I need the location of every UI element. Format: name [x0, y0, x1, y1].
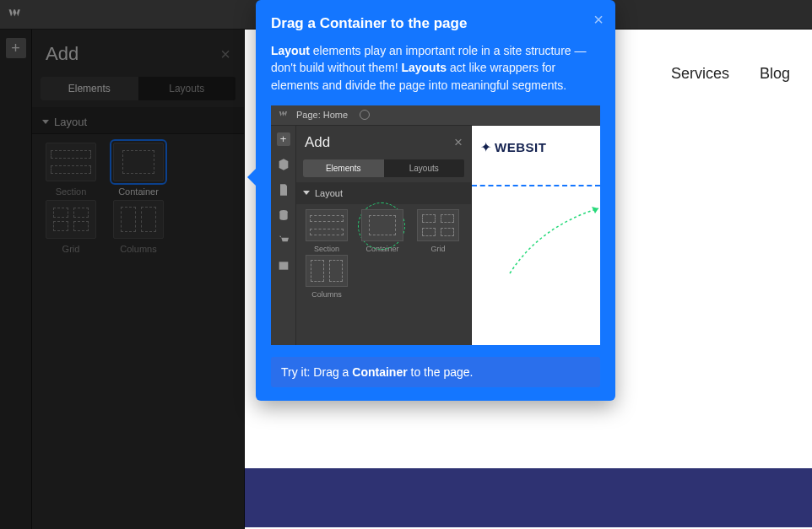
try-suffix: to the page. [408, 365, 474, 379]
element-container-label: Container [118, 186, 159, 197]
mini-item-container: Container [355, 209, 409, 253]
mini-tab-layouts: Layouts [384, 159, 465, 177]
element-section-label: Section [56, 186, 87, 197]
section-layout-label: Layout [54, 116, 87, 128]
try-bold: Container [352, 365, 407, 379]
mini-page-icon [277, 183, 290, 197]
element-section[interactable]: Section [39, 143, 103, 197]
mini-plus-icon: + [277, 132, 290, 146]
element-container[interactable]: Container [106, 143, 171, 197]
tutorial-body: Layout elements play an important role i… [271, 42, 600, 94]
mini-canvas-headline: ✦WEBSIT [480, 139, 592, 155]
section-thumb-icon [46, 143, 96, 181]
grid-thumb-icon [46, 200, 96, 239]
mini-section-label: Layout [315, 188, 343, 198]
mini-item-grid: Grid [411, 209, 465, 253]
columns-thumb-icon [113, 200, 164, 239]
element-columns[interactable]: Columns [106, 200, 171, 254]
tab-layouts[interactable]: Layouts [138, 77, 236, 100]
canvas-hero-section[interactable] [245, 468, 812, 527]
mini-left-toolbar: + [271, 126, 296, 345]
nav-link-services[interactable]: Services [671, 65, 729, 83]
tutorial-close-button[interactable]: × [593, 10, 604, 30]
tab-elements[interactable]: Elements [41, 77, 138, 100]
mini-cart-icon [277, 234, 290, 247]
mini-webflow-logo-icon [278, 109, 290, 121]
section-layout-header[interactable]: Layout [32, 107, 244, 134]
tutorial-try-callout: Try it: Drag a Container to the page. [271, 357, 600, 387]
caret-down-icon [42, 120, 49, 124]
mini-add-title: Add [305, 134, 330, 151]
mini-cube-icon [277, 158, 290, 171]
tutorial-preview-image: Page: Home + Add × Elements Layouts [271, 105, 600, 345]
container-thumb-icon [113, 143, 164, 181]
add-panel-close-button[interactable]: × [220, 45, 230, 64]
nav-link-blog[interactable]: Blog [760, 65, 790, 83]
svg-rect-1 [279, 262, 288, 269]
mini-database-icon [277, 208, 290, 222]
mini-item-section: Section [300, 209, 354, 253]
mini-page-label: Page: Home [296, 110, 348, 120]
mini-caret-icon [303, 191, 310, 195]
mini-add-panel: Add × Elements Layouts Layout Section [296, 126, 472, 345]
mini-drop-indicator [472, 185, 600, 186]
element-grid[interactable]: Grid [39, 200, 103, 254]
mini-star-icon: ✦ [480, 140, 491, 154]
mini-close-icon: × [454, 134, 463, 151]
tutorial-popover: × Drag a Container to the page Layout el… [256, 0, 615, 401]
mini-tab-elements: Elements [303, 159, 384, 177]
left-tool-column: + [0, 30, 32, 529]
layout-elements-grid: Section Container Grid [32, 134, 244, 262]
webflow-logo-icon [7, 6, 24, 23]
add-element-button[interactable]: + [6, 38, 26, 58]
tutorial-body-bold-1: Layout [271, 44, 310, 57]
mini-image-icon [277, 259, 290, 273]
mini-item-columns: Columns [300, 255, 354, 299]
element-columns-label: Columns [120, 244, 156, 254]
add-panel-tabs: Elements Layouts [41, 77, 235, 100]
add-panel: Add × Elements Layouts Layout Section [32, 30, 245, 529]
element-grid-label: Grid [62, 244, 80, 254]
tutorial-body-bold-2: Layouts [401, 61, 447, 74]
mini-drag-arrow-icon [506, 202, 600, 278]
mini-preview-toggle-icon [360, 110, 370, 120]
try-prefix: Try it: Drag a [281, 365, 352, 379]
tutorial-title: Drag a Container to the page [271, 15, 600, 32]
mini-canvas: ✦WEBSIT [472, 126, 600, 345]
add-panel-title: Add [46, 43, 78, 65]
